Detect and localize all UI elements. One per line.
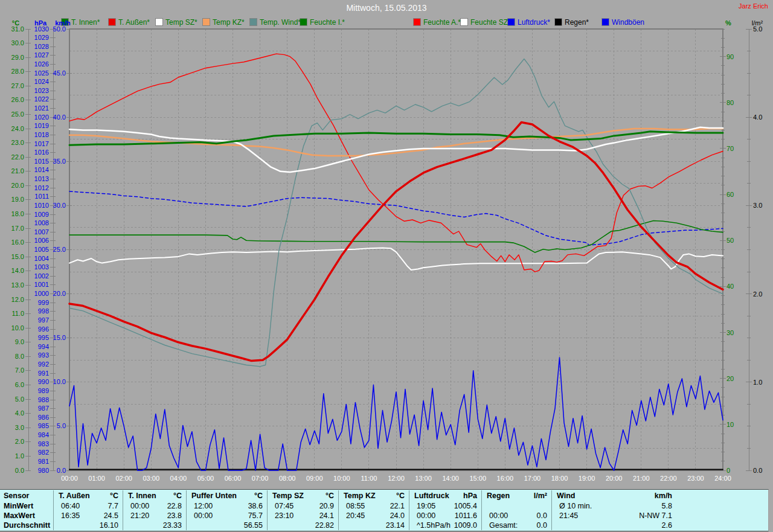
svg-text:998: 998 <box>38 307 49 315</box>
col-header-4: Temp KZ°C <box>338 490 409 501</box>
stat-max-2-left: 00:00 <box>187 511 213 520</box>
svg-text:19.0: 19.0 <box>11 196 24 203</box>
stat-avg-0-right: 16.10 <box>100 521 123 530</box>
svg-text:23.0: 23.0 <box>11 139 24 146</box>
svg-text:985: 985 <box>38 422 49 429</box>
svg-text:11:00: 11:00 <box>361 475 377 482</box>
svg-text:1015: 1015 <box>34 158 49 165</box>
svg-text:4.0: 4.0 <box>753 114 762 121</box>
col-header-3-left: Temp SZ <box>268 492 304 500</box>
stat-avg-5: ^1.5hPa/h1009.0 <box>409 521 481 530</box>
svg-text:0.0: 0.0 <box>57 467 66 474</box>
svg-text:km/h: km/h <box>55 19 71 27</box>
svg-text:%: % <box>725 19 731 27</box>
stat-min-7-right: 5.8 <box>662 502 676 510</box>
axis-unit-headers: °ChPakm/h%l/m² <box>12 19 763 27</box>
stat-max-6: 00:000.0 <box>481 511 551 521</box>
stat-max-3-right: 24.1 <box>319 511 338 520</box>
stat-min-4-left: 08:55 <box>339 502 365 510</box>
filler-0 <box>676 490 768 501</box>
axis-pct: 0102030405060708090 <box>720 29 734 474</box>
col-header-0-left: T. Außen <box>54 492 90 500</box>
svg-text:21.0: 21.0 <box>11 167 24 175</box>
svg-text:1004: 1004 <box>34 255 49 262</box>
stat-min-5: 19:051005.4 <box>409 501 481 511</box>
col-header-4-right: °C <box>396 492 409 500</box>
svg-text:1011: 1011 <box>34 193 49 200</box>
svg-text:990: 990 <box>38 378 49 385</box>
svg-text:1016: 1016 <box>34 149 49 156</box>
stat-avg-1-right: 23.33 <box>163 521 186 530</box>
svg-text:6.0: 6.0 <box>15 381 24 388</box>
stat-avg-3-right: 22.82 <box>315 521 338 530</box>
svg-text:1003: 1003 <box>34 263 49 271</box>
svg-text:09:00: 09:00 <box>306 475 323 482</box>
svg-text:45.0: 45.0 <box>53 69 66 77</box>
svg-text:2.0: 2.0 <box>753 290 762 298</box>
svg-text:05:00: 05:00 <box>197 475 214 482</box>
stat-max-0: 16:3524.5 <box>53 511 123 521</box>
stat-min-2-left: 12:00 <box>187 502 213 510</box>
stat-min-1-left: 00:00 <box>123 502 149 510</box>
svg-text:982: 982 <box>38 449 49 456</box>
series-feuchte_a <box>69 54 723 272</box>
col-header-5: LuftdruckhPa <box>409 490 481 501</box>
svg-text:1014: 1014 <box>34 166 49 173</box>
svg-text:12.0: 12.0 <box>11 296 24 303</box>
svg-text:17:00: 17:00 <box>524 475 541 482</box>
svg-text:1029: 1029 <box>34 34 49 41</box>
stat-max-0-left: 16:35 <box>54 511 80 520</box>
svg-text:9.0: 9.0 <box>15 338 24 345</box>
svg-text:1007: 1007 <box>34 228 49 236</box>
svg-text:14.0: 14.0 <box>11 267 24 274</box>
col-header-3-right: °C <box>326 492 338 500</box>
svg-text:08:00: 08:00 <box>279 475 296 482</box>
stat-max-5-right: 1011.6 <box>455 511 481 520</box>
svg-text:13.0: 13.0 <box>11 281 24 289</box>
stat-min-1-right: 22.8 <box>167 502 186 510</box>
table-corner-label: Sensor <box>0 490 53 501</box>
svg-text:984: 984 <box>38 431 49 438</box>
svg-text:30.0: 30.0 <box>53 202 66 209</box>
svg-text:20.0: 20.0 <box>53 290 66 297</box>
svg-text:90: 90 <box>726 53 734 60</box>
svg-text:40.0: 40.0 <box>53 114 66 121</box>
svg-text:16:00: 16:00 <box>497 475 514 482</box>
stat-min-4: 08:5522.1 <box>338 501 409 511</box>
svg-text:1024: 1024 <box>34 78 49 85</box>
axis-lm2: 0.01.02.03.04.05.0 <box>746 25 762 474</box>
svg-text:03:00: 03:00 <box>143 475 159 482</box>
svg-text:24:00: 24:00 <box>714 475 731 482</box>
svg-text:17.0: 17.0 <box>11 225 24 232</box>
col-header-6-left: Regen <box>482 492 510 500</box>
svg-text:1005: 1005 <box>34 246 49 253</box>
svg-text:1013: 1013 <box>34 175 49 182</box>
stat-max-1-left: 21:20 <box>123 511 149 520</box>
svg-text:1021: 1021 <box>34 104 49 112</box>
stat-min-4-right: 22.1 <box>390 502 409 510</box>
svg-text:5.0: 5.0 <box>57 422 66 429</box>
svg-text:5.0: 5.0 <box>15 396 24 403</box>
svg-text:50: 50 <box>726 237 734 244</box>
stat-max-2-right: 75.7 <box>248 511 267 520</box>
stat-avg-1: 23.33 <box>123 521 186 530</box>
stat-max-0-right: 24.5 <box>104 511 123 520</box>
grid-lines <box>69 29 723 470</box>
svg-text:1001: 1001 <box>34 281 49 288</box>
svg-text:981: 981 <box>38 458 49 465</box>
svg-text:12:00: 12:00 <box>388 475 405 482</box>
svg-text:8.0: 8.0 <box>15 353 24 360</box>
svg-text:20.0: 20.0 <box>11 182 24 189</box>
stat-avg-2-right: 56.55 <box>244 521 267 530</box>
svg-text:30: 30 <box>726 329 734 336</box>
row-label-minwert: MinWert <box>0 501 53 511</box>
svg-text:25.0: 25.0 <box>53 246 66 253</box>
svg-text:1023: 1023 <box>34 87 49 94</box>
svg-text:80: 80 <box>726 99 734 106</box>
stat-min-5-left: 19:05 <box>409 502 435 510</box>
svg-text:986: 986 <box>38 414 49 421</box>
svg-text:04:00: 04:00 <box>170 475 187 482</box>
row-label-maxwert: MaxWert <box>0 511 53 521</box>
svg-text:989: 989 <box>38 387 49 394</box>
col-header-1-left: T. Innen <box>123 492 156 500</box>
